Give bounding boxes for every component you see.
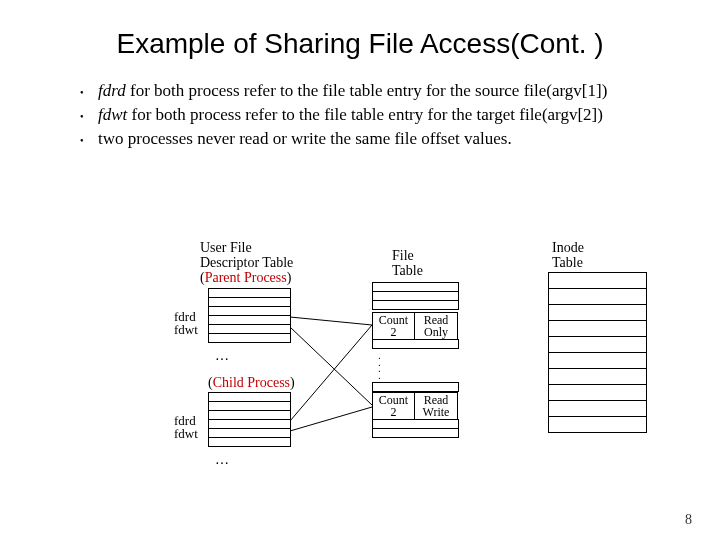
bullet-list: • fdrd for both process refer to the fil… xyxy=(80,80,650,150)
child-process-label: (Child Process) xyxy=(208,375,295,390)
svg-line-2 xyxy=(290,325,372,421)
parent-ufdt-table xyxy=(208,288,291,343)
file-table-mid xyxy=(372,339,459,349)
bullet-text: for both process refer to the file table… xyxy=(126,81,608,100)
term-fdwt: fdwt xyxy=(98,105,127,124)
ufdt-label-2: Descriptor Table xyxy=(200,255,293,270)
file-entry-readonly: Count 2 Read Only xyxy=(372,312,458,340)
bullet-text: for both process refer to the file table… xyxy=(127,105,603,124)
file-table-label-1: File xyxy=(392,248,414,263)
file-table-mid2 xyxy=(372,382,459,392)
page-title: Example of Sharing File Access(Cont. ) xyxy=(0,0,720,60)
bullet-item: • fdwt for both process refer to the fil… xyxy=(80,104,650,126)
svg-line-1 xyxy=(290,327,372,405)
file-table-top xyxy=(372,282,459,310)
bullet-text: two processes never read or write the sa… xyxy=(98,129,512,148)
bullet-item: • fdrd for both process refer to the fil… xyxy=(80,80,650,102)
bullet-item: • two processes never read or write the … xyxy=(80,128,650,150)
svg-line-3 xyxy=(290,407,372,431)
file-table-bottom xyxy=(372,419,459,438)
parent-fdwt-label: fdwt xyxy=(174,323,198,337)
vertical-dots: .... xyxy=(378,352,381,378)
diagram: User File Descriptor Table (Parent Proce… xyxy=(0,240,720,510)
child-ufdt-table xyxy=(208,392,291,447)
child-fdwt-label: fdwt xyxy=(174,427,198,441)
inode-label-1: Inode xyxy=(552,240,584,255)
ellipsis: … xyxy=(215,348,231,364)
ufdt-label-1: User File xyxy=(200,240,252,255)
file-table-label-2: Table xyxy=(392,263,423,278)
inode-table xyxy=(548,272,647,433)
svg-line-0 xyxy=(290,317,372,325)
ellipsis: … xyxy=(215,452,231,468)
page-number: 8 xyxy=(685,512,692,528)
file-entry-readwrite: Count 2 Read Write xyxy=(372,392,458,420)
inode-label-2: Table xyxy=(552,255,583,270)
ufdt-label-3: (Parent Process) xyxy=(200,270,291,285)
term-fdrd: fdrd xyxy=(98,81,126,100)
